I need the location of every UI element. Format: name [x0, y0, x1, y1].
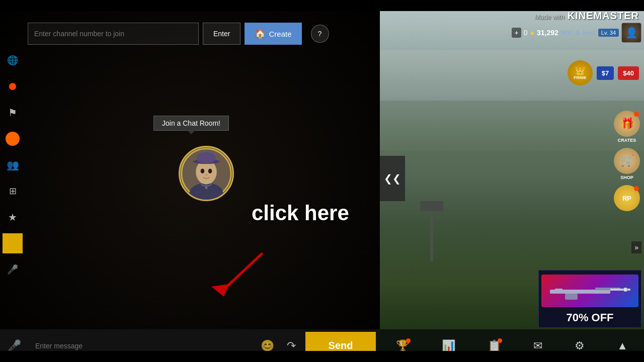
settings-icon: ⚙	[575, 339, 585, 352]
top-bar: Enter 🏠 Create ?	[28, 23, 375, 45]
currency1-amount: 0	[524, 29, 528, 37]
avatar-thumbnail: 👤	[621, 23, 641, 43]
rifle-silhouette	[545, 279, 635, 304]
sidebar: 🌐 ⚑ 👥 ⊞ ★ 🎤	[0, 45, 25, 332]
click-here-label: click here	[252, 201, 349, 225]
globe-icon: 🌐	[7, 55, 18, 66]
sidebar-icon-people[interactable]: 👥	[3, 155, 23, 175]
promo-badge2[interactable]: $40	[618, 66, 639, 80]
up-icon: ▲	[617, 339, 628, 352]
sale-discount-text: 70% OFF	[539, 311, 641, 324]
level-badge: Lv. 34	[598, 29, 619, 37]
chevron-left-icon: ❮❮	[384, 172, 401, 185]
clipboard-nav-button[interactable]: 📋	[488, 339, 501, 352]
avatar-container	[179, 146, 234, 201]
mail-icon: ✉	[533, 339, 542, 352]
notification-dot	[9, 83, 16, 90]
right-side-buttons: 🎁 CRATES 🛒 SHOP RP	[612, 111, 641, 211]
share-icon: ↷	[287, 339, 296, 352]
chart-icon: 📊	[442, 339, 455, 352]
sale-banner[interactable]: 70% OFF	[538, 270, 641, 328]
trophy-dot	[406, 338, 411, 343]
svg-rect-15	[555, 289, 562, 291]
coin-icon: ●	[530, 29, 534, 37]
svg-marker-11	[211, 284, 229, 297]
shop-button[interactable]: 🛒 SHOP	[612, 148, 641, 180]
rp-icon: RP	[614, 185, 640, 211]
flag-icon: ⚑	[8, 107, 17, 119]
bottom-black-bar	[0, 351, 644, 362]
people-icon: 👥	[7, 159, 19, 171]
create-button[interactable]: 🏠 Create	[245, 23, 301, 45]
orange-circle-icon	[6, 132, 20, 146]
svg-point-7	[208, 169, 212, 173]
sidebar-icon-mic[interactable]: 🎤	[3, 259, 23, 280]
svg-point-9	[205, 187, 208, 190]
red-arrow	[196, 251, 277, 304]
top-black-bar	[0, 0, 644, 11]
rp-dot	[634, 186, 639, 191]
sidebar-yellow-block[interactable]	[3, 233, 23, 253]
grid-icon: ⊞	[9, 186, 17, 197]
svg-rect-14	[565, 294, 578, 300]
sidebar-icon-flag[interactable]: ⚑	[3, 103, 23, 123]
weapon-image	[541, 275, 638, 307]
mail-nav-button[interactable]: ✉	[533, 339, 542, 352]
house-icon: 🏠	[255, 28, 266, 39]
promo-area: 👑 PRIME $7 $40	[568, 60, 639, 85]
mic-icon: 🎤	[7, 264, 18, 275]
prime-button[interactable]: 👑 PRIME	[568, 60, 593, 85]
rp-label: RP	[622, 195, 631, 202]
nav-expand-button[interactable]: »	[631, 241, 641, 253]
svg-point-2	[190, 183, 223, 201]
crates-button[interactable]: 🎁 CRATES	[612, 111, 641, 143]
sidebar-icon-globe[interactable]: 🌐	[3, 50, 23, 70]
svg-point-17	[623, 288, 627, 292]
right-panel: Made with KINEMASTER + 0 ● 31,292 MDC 多 …	[380, 0, 644, 362]
crates-icon: 🎁	[614, 111, 640, 137]
sidebar-icon-notification[interactable]	[3, 76, 23, 97]
promo-badge1[interactable]: $7	[597, 66, 614, 80]
avatar[interactable]	[179, 146, 234, 201]
left-panel: Enter 🏠 Create ? 🌐 ⚑ 👥 ⊞ ★ 🎤	[0, 0, 380, 362]
currency2-amount: 31,292	[537, 29, 558, 37]
sidebar-icon-grid[interactable]: ⊞	[3, 181, 23, 201]
shop-icon: 🛒	[614, 148, 640, 174]
top-hud: + 0 ● 31,292 MDC 多 ApeX Lv. 34 👤	[512, 23, 641, 43]
currency1-plus: +	[512, 28, 521, 38]
chevron-button[interactable]: ❮❮	[380, 156, 405, 201]
shop-label: SHOP	[620, 175, 633, 180]
settings-nav-button[interactable]: ⚙	[575, 339, 585, 352]
enter-button[interactable]: Enter	[203, 23, 240, 45]
svg-point-6	[201, 169, 205, 173]
svg-point-5	[197, 152, 216, 163]
mic-icon-bottom: 🎤	[8, 339, 21, 352]
chat-callout[interactable]: Join a Chat Room!	[153, 116, 229, 131]
sidebar-icon-orange[interactable]	[3, 129, 23, 149]
trophy-nav-button[interactable]: 🏆	[396, 339, 410, 352]
prime-label: PRIME	[574, 75, 586, 80]
help-button[interactable]: ?	[311, 25, 329, 43]
kinemaster-brand: KINEMASTER	[568, 10, 639, 21]
rp-button[interactable]: RP	[612, 185, 641, 211]
channel-number-input[interactable]	[28, 23, 199, 45]
sidebar-icon-star[interactable]: ★	[3, 207, 23, 227]
chart-nav-button[interactable]: 📊	[442, 339, 455, 352]
emoji-icon: 😊	[261, 339, 274, 352]
username-label: MDC 多 ApeX	[561, 29, 596, 37]
star-icon: ★	[8, 211, 17, 223]
crown-icon: 👑	[575, 66, 585, 75]
clipboard-dot	[498, 338, 502, 343]
made-with-text: Made with	[534, 13, 564, 21]
svg-point-8	[205, 174, 207, 175]
up-nav-button[interactable]: ▲	[617, 339, 628, 352]
tower-silhouette	[430, 211, 433, 261]
crates-dot	[634, 112, 639, 117]
crates-label: CRATES	[618, 138, 636, 143]
avatar-image	[180, 146, 232, 201]
